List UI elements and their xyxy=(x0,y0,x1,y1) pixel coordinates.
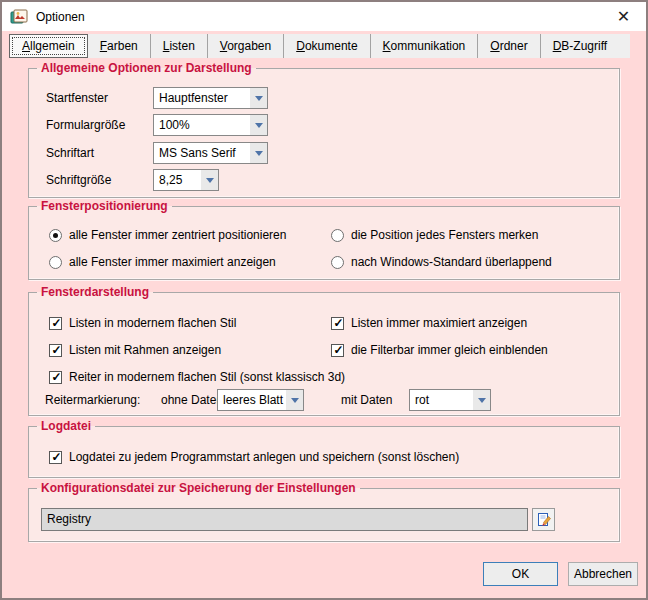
footer: OK Abbrechen xyxy=(483,562,638,586)
radio-icon xyxy=(49,256,62,269)
edit-icon xyxy=(536,512,552,528)
checkbox-label: Reiter in modernem flachen Stil (sonst k… xyxy=(69,370,345,384)
checkbox-logdatei[interactable]: Logdatei zu jedem Programmstart anlegen … xyxy=(49,449,459,465)
startfenster-label: Startfenster xyxy=(46,87,108,109)
ohne-daten-label: ohne Daten xyxy=(161,392,223,408)
formulargroesse-select[interactable]: 100% xyxy=(153,114,268,136)
checkbox-listen-rahmen[interactable]: Listen mit Rahmen anzeigen xyxy=(49,342,221,358)
schriftart-label: Schriftart xyxy=(46,142,94,164)
edit-config-button[interactable] xyxy=(532,508,555,531)
radio-label: alle Fenster immer zentriert positionier… xyxy=(69,228,286,242)
chevron-down-icon xyxy=(201,170,218,190)
tab-kommunikation[interactable]: Kommunikation xyxy=(370,34,478,58)
group-title: Logdatei xyxy=(37,419,95,433)
group-logdatei: Logdatei Logdatei zu jedem Programmstart… xyxy=(28,426,620,478)
tab-db-zugriff[interactable]: DB-Zugriff xyxy=(540,34,619,58)
close-icon[interactable]: ✕ xyxy=(601,2,646,31)
checkbox-label: Listen immer maximiert anzeigen xyxy=(351,316,527,330)
tabstrip: Allgemein Farben Listen Vorgaben Dokumen… xyxy=(9,34,630,58)
mit-daten-label: mit Daten xyxy=(341,392,392,408)
app-icon xyxy=(10,8,28,26)
radio-label: nach Windows-Standard überlappend xyxy=(351,255,552,269)
cancel-button[interactable]: Abbrechen xyxy=(568,562,638,586)
checkbox-icon xyxy=(49,317,62,330)
tab-ordner[interactable]: Ordner xyxy=(477,34,539,58)
checkbox-label: Logdatei zu jedem Programmstart anlegen … xyxy=(69,450,459,464)
schriftgroesse-select[interactable]: 8,25 xyxy=(153,169,219,191)
reitermarkierung-label: Reitermarkierung: xyxy=(45,392,140,408)
checkbox-icon xyxy=(49,371,62,384)
tab-farben[interactable]: Farben xyxy=(88,34,150,58)
schriftart-select[interactable]: MS Sans Serif xyxy=(153,142,268,164)
checkbox-listen-flacher-stil[interactable]: Listen in modernem flachen Stil xyxy=(49,315,236,331)
checkbox-label: Listen in modernem flachen Stil xyxy=(69,316,236,330)
radio-label: die Position jedes Fensters merken xyxy=(351,228,538,242)
checkbox-label: Listen mit Rahmen anzeigen xyxy=(69,343,221,357)
checkbox-filterbar[interactable]: die Filterbar immer gleich einblenden xyxy=(331,342,548,358)
chevron-down-icon xyxy=(473,390,490,410)
radio-icon xyxy=(331,229,344,242)
group-fensterpositionierung: Fensterpositionierung alle Fenster immer… xyxy=(28,206,620,280)
radio-icon xyxy=(331,256,344,269)
checkbox-label: die Filterbar immer gleich einblenden xyxy=(351,343,548,357)
chevron-down-icon xyxy=(250,143,267,163)
tab-allgemein[interactable]: Allgemein xyxy=(9,34,88,58)
group-fensterdarstellung: Fensterdarstellung Listen in modernem fl… xyxy=(28,292,620,416)
group-konfigurationsdatei: Konfigurationsdatei zur Speicherung der … xyxy=(28,488,620,542)
formulargroesse-label: Formulargröße xyxy=(46,114,125,136)
radio-position-merken[interactable]: die Position jedes Fensters merken xyxy=(331,227,538,243)
group-title: Konfigurationsdatei zur Speicherung der … xyxy=(37,481,360,495)
group-allgemeine-optionen: Allgemeine Optionen zur Darstellung Star… xyxy=(28,68,620,198)
checkbox-icon xyxy=(331,344,344,357)
checkbox-icon xyxy=(49,344,62,357)
checkbox-listen-maximiert[interactable]: Listen immer maximiert anzeigen xyxy=(331,315,527,331)
checkbox-reiter-flacher-stil[interactable]: Reiter in modernem flachen Stil (sonst k… xyxy=(49,369,345,385)
chevron-down-icon xyxy=(250,115,267,135)
tab-vorgaben[interactable]: Vorgaben xyxy=(207,34,283,58)
chevron-down-icon xyxy=(286,390,303,410)
options-dialog: Optionen ✕ Allgemein Farben Listen Vorga… xyxy=(0,0,648,600)
checkbox-icon xyxy=(49,451,62,464)
chevron-down-icon xyxy=(250,88,267,108)
radio-label: alle Fenster immer maximiert anzeigen xyxy=(69,255,276,269)
titlebar: Optionen ✕ xyxy=(2,2,646,31)
radio-windows-standard[interactable]: nach Windows-Standard überlappend xyxy=(331,254,552,270)
startfenster-select[interactable]: Hauptfenster xyxy=(153,87,268,109)
ohne-daten-select[interactable]: leeres Blatt xyxy=(217,389,304,411)
radio-zentriert[interactable]: alle Fenster immer zentriert positionier… xyxy=(49,227,286,243)
schriftgroesse-label: Schriftgröße xyxy=(46,169,111,191)
tab-dokumente[interactable]: Dokumente xyxy=(283,34,369,58)
radio-maximiert[interactable]: alle Fenster immer maximiert anzeigen xyxy=(49,254,276,270)
window-title: Optionen xyxy=(36,10,85,24)
config-path-field[interactable]: Registry xyxy=(41,508,528,531)
tabstrip-filler xyxy=(619,34,630,58)
group-title: Fensterdarstellung xyxy=(37,285,153,299)
group-title: Fensterpositionierung xyxy=(37,199,172,213)
ok-button[interactable]: OK xyxy=(483,562,558,586)
group-title: Allgemeine Optionen zur Darstellung xyxy=(37,61,256,75)
mit-daten-select[interactable]: rot xyxy=(409,389,491,411)
checkbox-icon xyxy=(331,317,344,330)
radio-icon xyxy=(49,229,62,242)
tab-listen[interactable]: Listen xyxy=(150,34,207,58)
